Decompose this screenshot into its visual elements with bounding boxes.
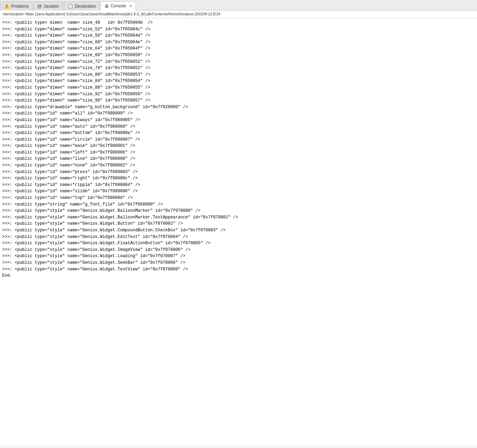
console-line: >>>: <public type="string" name="g_font_… — [2, 201, 475, 208]
tab-problems[interactable]: ⚠️ Problems — [0, 1, 33, 10]
console-line: >>>: <public type="id" name="circle" id=… — [2, 136, 475, 143]
tab-javadoc[interactable]: @ Javadoc — [33, 1, 63, 10]
console-line: >>>: <public type="style" name="Genius.W… — [2, 221, 475, 227]
console-line: >>>: <public type="dimen" name="size_60"… — [2, 39, 475, 46]
console-line: >>>: <public type="dimen" name="size_72"… — [2, 59, 475, 65]
console-line: >>>: <public type="dimen" name="size_96"… — [2, 97, 475, 104]
console-line: >>>: <public type="style" name="Genius.W… — [2, 234, 475, 240]
declaration-icon: 📋 — [68, 3, 73, 9]
console-line: >>>: <public type="style" name="Genius.W… — [2, 266, 475, 273]
close-icon[interactable]: ✕ — [129, 4, 132, 8]
console-line: End. — [2, 272, 475, 279]
tab-declaration[interactable]: 📋 Declaration — [64, 1, 100, 10]
console-line: >>>: <public type="style" name="Genius.W… — [2, 214, 475, 221]
console-line: >>>: <public type="style" name="Genius.W… — [2, 247, 475, 253]
console-output[interactable]: >>>: <public type= dimen name= size_48 i… — [0, 18, 477, 445]
console-line: >>>: <public type="id" name="none" id="0… — [2, 162, 475, 169]
console-line: >>>: <public type="id" name="press" id="… — [2, 169, 475, 176]
console-line: >>>: <public type="id" name="all" id="0x… — [2, 110, 475, 117]
status-text: <terminated> Main [Java Application] /Li… — [2, 12, 220, 16]
console-line: >>>: <public type="style" name="Genius.W… — [2, 208, 475, 214]
console-line: >>>: <public type= dimen name= size_48 i… — [2, 20, 475, 26]
console-line: >>>: <public type="dimen" name="size_76"… — [2, 65, 475, 72]
console-line: >>>: <public type="dimen" name="size_92"… — [2, 91, 475, 98]
console-line: >>>: <public type="dimen" name="size_88"… — [2, 84, 475, 91]
console-line: >>>: <public type="style" name="Genius.W… — [2, 253, 475, 260]
status-bar: <terminated> Main [Java Application] /Li… — [0, 10, 477, 18]
console-line: >>>: <public type="id" name="ripple" id=… — [2, 182, 475, 188]
tab-javadoc-label: Javadoc — [44, 4, 59, 9]
console-line: >>>: <public type="id" name="slide" id="… — [2, 188, 475, 195]
console-line: >>>: <public type="dimen" name="size_84"… — [2, 78, 475, 84]
console-icon: 🖥 — [104, 3, 109, 9]
tab-declaration-label: Declaration — [75, 4, 96, 9]
tab-problems-label: Problems — [11, 4, 29, 9]
tab-console-label: Console — [111, 3, 126, 8]
console-line: >>>: <public type="drawable" name="g_but… — [2, 104, 475, 111]
console-line: >>>: <public type="dimen" name="size_56"… — [2, 32, 475, 39]
console-line: >>>: <public type="dimen" name="size_52"… — [2, 26, 475, 33]
console-line: >>>: <public type="id" name="top" id="0x… — [2, 195, 475, 201]
console-line: >>>: <public type="style" name="Genius.W… — [2, 227, 475, 234]
console-line: >>>: <public type="id" name="line" id="0… — [2, 156, 475, 162]
console-line: >>>: <public type="id" name="auto" id="0… — [2, 124, 475, 130]
console-line: >>>: <public type="id" name="ease" id="0… — [2, 143, 475, 149]
console-line: >>>: <public type="dimen" name="size_68"… — [2, 52, 475, 59]
console-line: >>>: <public type="id" name="bottom" id=… — [2, 130, 475, 136]
console-line: >>>: <public type="style" name="Genius.W… — [2, 240, 475, 247]
console-line: >>>: <public type="style" name="Genius.W… — [2, 260, 475, 266]
console-line: >>>: <public type="id" name="right" id="… — [2, 175, 475, 182]
problems-icon: ⚠️ — [4, 3, 9, 9]
javadoc-icon: @ — [37, 3, 42, 9]
console-line: >>>: <public type="id" name="always" id=… — [2, 117, 475, 124]
console-line: >>>: <public type="id" name="left" id="0… — [2, 149, 475, 156]
console-line: >>>: <public type="dimen" name="size_80"… — [2, 72, 475, 78]
tab-console[interactable]: 🖥 Console ✕ — [100, 1, 136, 10]
console-line: >>>: <public type="dimen" name="size_64"… — [2, 45, 475, 52]
tab-bar: ⚠️ Problems @ Javadoc 📋 Declaration 🖥 Co… — [0, 0, 477, 10]
